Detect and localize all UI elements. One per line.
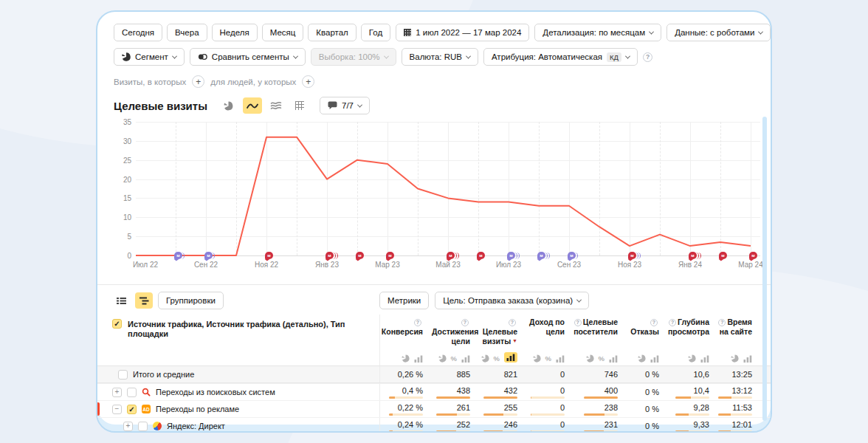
column-header-label: ?Отказы	[627, 317, 659, 337]
table-row[interactable]: −✓ADПереходы по рекламе0,22 %26125502380…	[97, 400, 771, 417]
table-row[interactable]: Итого и средние0,26 %88582107460 %10,613…	[97, 365, 771, 383]
line-chart-view-icon[interactable]	[243, 97, 262, 114]
pct-mode-icon[interactable]: %	[545, 354, 551, 363]
column-help-icon[interactable]: ?	[414, 319, 421, 326]
column-header-1[interactable]: ?Достижения цели%	[432, 315, 479, 365]
flat-list-view-icon[interactable]	[112, 292, 130, 309]
annotation-marker-icon[interactable]: м	[386, 252, 398, 261]
pie-mode-icon[interactable]	[688, 354, 696, 363]
column-header-7[interactable]: ?Время на сайте	[718, 315, 761, 365]
pie-mode-icon[interactable]	[481, 354, 489, 363]
period-button-4[interactable]: Квартал	[308, 24, 356, 41]
add-visits-filter-button[interactable]: +	[192, 75, 204, 88]
date-range-button[interactable]: 1 июл 2022 — 17 мар 2024	[396, 24, 529, 41]
currency-dropdown[interactable]: Валюта: RUB	[402, 48, 478, 66]
column-header-5[interactable]: ?Отказы	[627, 315, 668, 365]
expand-row-button[interactable]: +	[112, 388, 122, 397]
column-header-3[interactable]: Доход по цели%	[526, 315, 574, 365]
column-header-6[interactable]: ?Глубина просмотра	[668, 315, 718, 365]
bars-mode-icon[interactable]	[700, 355, 709, 363]
annotation-marker-icon[interactable]: м	[628, 252, 640, 261]
pct-mode-icon[interactable]: %	[599, 354, 604, 363]
column-help-icon[interactable]: ?	[574, 319, 582, 326]
annotation-marker-icon[interactable]: м	[477, 252, 489, 261]
annotation-marker-icon[interactable]: м	[447, 252, 458, 261]
bars-mode-icon[interactable]	[609, 355, 618, 363]
column-help-icon[interactable]: ?	[509, 319, 516, 326]
vertical-scrollbar[interactable]	[762, 117, 767, 421]
bars-mode-icon[interactable]	[743, 355, 752, 363]
annotation-marker-icon[interactable]: м	[507, 252, 519, 261]
column-help-icon[interactable]: ?	[718, 319, 726, 326]
pie-mode-icon[interactable]	[586, 354, 594, 363]
row-checkbox[interactable]	[138, 422, 148, 431]
column-help-icon[interactable]: ?	[650, 319, 658, 326]
select-all-checkbox[interactable]: ✓	[112, 319, 122, 329]
annotation-marker-icon[interactable]: м	[326, 252, 337, 261]
chart-plot-area[interactable]	[136, 122, 760, 256]
pie-mode-icon[interactable]	[402, 354, 410, 363]
tree-view-icon[interactable]	[135, 292, 153, 309]
pie-mode-icon[interactable]	[638, 354, 646, 363]
metric-share-fill	[584, 413, 604, 416]
row-checkbox[interactable]	[118, 370, 128, 380]
annotation-marker-icon[interactable]: м	[204, 252, 216, 261]
period-button-3[interactable]: Месяц	[262, 24, 304, 41]
table-view-icon[interactable]	[290, 97, 309, 114]
grouping-button[interactable]: Группировки	[158, 292, 224, 309]
period-button-5[interactable]: Год	[361, 24, 390, 41]
bars-mode-icon[interactable]	[556, 355, 565, 363]
annotation-marker-icon[interactable]: м	[265, 252, 277, 261]
bars-mode-icon[interactable]	[650, 355, 659, 363]
column-header-4[interactable]: ?Целевые посетители%	[574, 315, 627, 365]
metrics-button[interactable]: Метрики	[379, 292, 429, 309]
annotation-marker-icon[interactable]: м	[174, 252, 186, 261]
compare-segments-dropdown[interactable]: Сравнить сегменты	[190, 48, 306, 66]
stacked-area-view-icon[interactable]	[266, 97, 286, 114]
annotation-marker-icon[interactable]: м	[568, 252, 579, 261]
pct-mode-icon[interactable]: %	[494, 354, 500, 363]
column-help-icon[interactable]: ?	[669, 319, 676, 326]
annotation-marker-icon[interactable]: м	[537, 252, 549, 261]
row-checkbox[interactable]: ✓	[127, 405, 137, 414]
annotation-marker-icon[interactable]: м	[356, 252, 368, 261]
period-button-0[interactable]: Сегодня	[114, 24, 162, 41]
row-checkbox[interactable]	[127, 388, 137, 397]
period-button-1[interactable]: Вчера	[167, 24, 207, 41]
pie-mode-icon[interactable]	[533, 354, 541, 363]
expand-row-button[interactable]: +	[123, 422, 133, 431]
marker-stack-arc	[698, 253, 701, 259]
pct-mode-icon[interactable]: %	[451, 354, 457, 363]
column-header-2[interactable]: ?Целевые визиты ▼%	[479, 315, 526, 365]
help-icon[interactable]: ?	[643, 52, 652, 62]
annotation-marker-icon[interactable]: м	[719, 252, 731, 261]
annotation-marker-icon[interactable]: м	[749, 252, 761, 261]
bars-mode-icon[interactable]	[461, 355, 470, 363]
annotation-marker-icon[interactable]: м	[689, 252, 700, 261]
bars-mode-icon[interactable]	[414, 355, 423, 363]
detail-dropdown[interactable]: Детализация: по месяцам	[534, 24, 661, 41]
table-row[interactable]: +Переходы из поисковых систем0,4 %438432…	[97, 383, 771, 400]
column-help-icon[interactable]: ?	[461, 319, 469, 326]
annotations-dropdown[interactable]: 7/7	[320, 97, 370, 114]
marker-bubble: м	[689, 252, 697, 259]
segment-dropdown[interactable]: Сегмент	[114, 48, 185, 66]
period-button-2[interactable]: Неделя	[212, 24, 258, 41]
data-mode-dropdown[interactable]: Данные: с роботами	[666, 24, 771, 41]
goal-dropdown[interactable]: Цель: Отправка заказа (корзина)	[435, 292, 589, 309]
table-row[interactable]: +Яндекс: Директ0,24 %25224602310 %9,3312…	[97, 417, 771, 433]
sampling-dropdown[interactable]: Выборка: 100%	[311, 48, 396, 66]
collapse-row-button[interactable]: −	[112, 405, 122, 414]
pie-chart-view-icon[interactable]	[219, 97, 238, 114]
add-people-filter-button[interactable]: +	[302, 75, 314, 88]
column-header-0[interactable]: ?Конверсия	[380, 315, 432, 365]
pie-mode-icon[interactable]	[438, 354, 447, 363]
bars-mode-icon[interactable]	[504, 352, 517, 363]
pie-mode-icon[interactable]	[731, 354, 739, 363]
metric-share-fill	[483, 413, 503, 416]
row-dimension-cell: −✓ADПереходы по рекламе	[112, 405, 379, 414]
y-tick-label: 20	[123, 176, 131, 184]
column-header-label: ?Целевые посетители	[574, 317, 618, 337]
column-header-label: ?Целевые визиты ▼	[479, 317, 517, 346]
attribution-dropdown[interactable]: Атрибуция: Автоматическая КД	[483, 48, 638, 66]
